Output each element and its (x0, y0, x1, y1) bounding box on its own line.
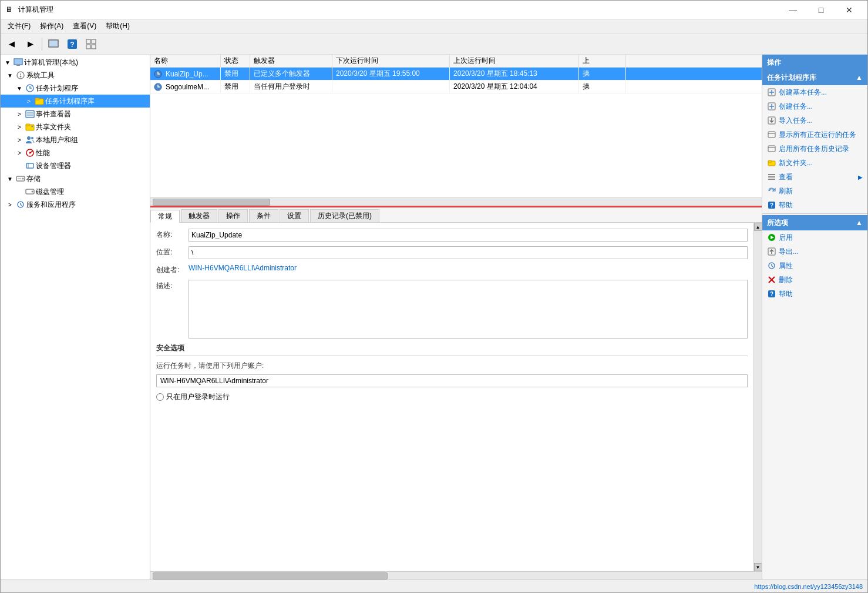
detail-scroll-thumb[interactable] (153, 572, 388, 579)
col-header-last-run: 上次运行时间 (450, 55, 579, 67)
svg-rect-5 (86, 39, 90, 43)
sidebar-item-device-manager[interactable]: 设备管理器 (1, 159, 150, 172)
sidebar-label-event-viewer: 事件查看器 (36, 109, 71, 119)
local-users-icon (25, 135, 35, 145)
action-new-folder[interactable]: 新文件夹... (762, 156, 867, 170)
sidebar-item-local-users[interactable]: > 本地用户和组 (1, 133, 150, 146)
detail-textarea-desc[interactable] (189, 280, 748, 339)
vscroll-down-btn[interactable]: ▼ (754, 563, 762, 571)
tab-triggers[interactable]: 触发器 (181, 209, 217, 222)
system-tools-icon (16, 71, 25, 80)
sidebar-item-services[interactable]: > 服务和应用程序 (1, 198, 150, 211)
sidebar-item-task-scheduler[interactable]: ▼ 任务计划程序 (1, 82, 150, 95)
detail-vscrollbar[interactable]: ▲ ▼ (753, 223, 762, 571)
actions-section1-header[interactable]: 任务计划程序库 ▲ (762, 70, 867, 85)
action-export[interactable]: 导出... (762, 244, 867, 259)
expander-disk-management (15, 187, 24, 196)
task-row-2[interactable]: SogoulmeM... 禁用 当任何用户登录时 2020/3/20 星期五 1… (150, 81, 762, 93)
window-icon: 🖥 (5, 5, 15, 15)
sidebar-item-storage[interactable]: ▼ 存储 (1, 172, 150, 185)
scroll-thumb[interactable] (153, 199, 270, 206)
sidebar-item-task-library[interactable]: > 任务计划程序库 (1, 95, 150, 108)
action-show-running[interactable]: 显示所有正在运行的任务 (762, 128, 867, 142)
menu-help[interactable]: 帮助(H) (101, 20, 134, 32)
action-create-task[interactable]: 创建任务... (762, 99, 867, 113)
detail-input-name[interactable] (189, 229, 748, 242)
task-cell-status-1: 禁用 (221, 68, 250, 80)
forward-button[interactable]: ▶ (22, 36, 39, 52)
device-manager-icon (25, 161, 35, 170)
svg-text:?: ? (770, 291, 773, 297)
task-row-1[interactable]: KuaiZip_Up... 禁用 已定义多个触发器 2020/3/20 星期五 … (150, 68, 762, 81)
tab-history[interactable]: 历史记录(已禁用) (310, 209, 379, 222)
minimize-button[interactable]: — (779, 2, 806, 18)
task-icon-1 (154, 70, 162, 78)
actions-section2-header[interactable]: 所选项 ▲ (762, 215, 867, 230)
action-properties[interactable]: 属性 (762, 259, 867, 273)
back-button[interactable]: ◀ (3, 36, 21, 52)
action-enable-history[interactable]: 启用所有任务历史记录 (762, 142, 867, 156)
radio-input-1[interactable] (156, 393, 164, 401)
sidebar-item-system-tools[interactable]: ▼ 系统工具 (1, 69, 150, 82)
detail-content: 名称: 位置: 创建者: WIN-H6VMQAR6LLI\Administrat… (150, 223, 753, 571)
help-icon: ? (67, 39, 78, 49)
list-scrollbar[interactable] (150, 197, 762, 206)
title-bar-left: 🖥 计算机管理 (5, 5, 53, 15)
detail-label-desc: 描述: (156, 280, 189, 291)
action-import-task[interactable]: 导入任务... (762, 113, 867, 128)
action-help-2[interactable]: ? 帮助 (762, 287, 867, 301)
tab-general[interactable]: 常规 (150, 210, 180, 223)
action-help-1[interactable]: ? 帮助 (762, 198, 867, 212)
grid-icon (86, 39, 96, 49)
maximize-button[interactable]: □ (808, 2, 835, 18)
grid-button[interactable] (82, 36, 100, 52)
security-section: 安全选项 运行任务时，请使用下列用户账户: WIN-H6VMQAR6LLI\Ad… (156, 343, 748, 402)
tab-actions[interactable]: 操作 (218, 209, 248, 222)
back-icon: ◀ (9, 39, 15, 48)
security-run-label: 运行任务时，请使用下列用户账户: (156, 361, 748, 371)
detail-row-location: 位置: (156, 246, 748, 259)
detail-input-location[interactable] (189, 246, 748, 259)
sidebar-item-computer[interactable]: ▼ 计算机管理(本地) (1, 56, 150, 69)
close-button[interactable]: ✕ (836, 2, 863, 18)
sidebar-label-storage: 存储 (26, 174, 41, 184)
detail-row-author: 创建者: WIN-H6VMQAR6LLI\Administrator (156, 264, 748, 275)
create-basic-icon (767, 88, 776, 97)
detail-scrollbar[interactable] (150, 571, 762, 579)
menu-file[interactable]: 文件(F) (3, 20, 35, 32)
action-create-basic-label: 创建基本任务... (779, 88, 827, 98)
svg-rect-10 (15, 59, 22, 64)
sidebar-item-disk-management[interactable]: 磁盘管理 (1, 185, 150, 198)
col-header-next-run: 下次运行时间 (332, 55, 450, 67)
help-2-icon: ? (767, 289, 776, 299)
action-view[interactable]: 查看 ▶ (762, 170, 867, 184)
sidebar-item-performance[interactable]: > 性能 (1, 146, 150, 159)
task-cell-trigger-2: 当任何用户登录时 (250, 81, 332, 93)
refresh-icon (767, 186, 776, 196)
vscroll-up-btn[interactable]: ▲ (754, 223, 762, 231)
svg-rect-11 (16, 65, 20, 66)
expander-task-scheduler: ▼ (15, 83, 24, 93)
action-create-basic[interactable]: 创建基本任务... (762, 85, 867, 99)
menu-action[interactable]: 操作(A) (35, 20, 68, 32)
tab-conditions[interactable]: 条件 (249, 209, 278, 222)
expander-shared-folders: > (15, 122, 24, 132)
task-cell-status-2: 禁用 (221, 81, 250, 93)
show-console-button[interactable] (45, 36, 62, 52)
action-refresh[interactable]: 刷新 (762, 184, 867, 198)
task-cell-result-2: 操 (579, 81, 626, 93)
tab-settings[interactable]: 设置 (280, 209, 309, 222)
expander-performance: > (15, 148, 24, 158)
menu-view[interactable]: 查看(V) (68, 20, 101, 32)
action-enable[interactable]: 启用 (762, 230, 867, 244)
sidebar-item-shared-folders[interactable]: > 共享文件夹 (1, 120, 150, 133)
expander-device-manager (15, 161, 24, 170)
actions-section1-icon: ▲ (856, 73, 863, 82)
help-button[interactable]: ? (63, 36, 81, 52)
col-header-status: 状态 (221, 55, 250, 67)
action-show-running-label: 显示所有正在运行的任务 (779, 130, 856, 140)
sidebar-item-event-viewer[interactable]: > 事件查看器 (1, 108, 150, 120)
svg-rect-1 (49, 41, 58, 46)
action-delete[interactable]: 删除 (762, 273, 867, 287)
task-cell-next-run-2 (332, 81, 450, 93)
